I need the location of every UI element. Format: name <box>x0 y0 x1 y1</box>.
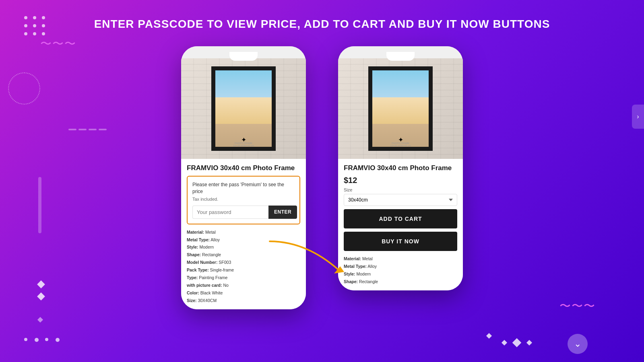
spec-shape: Shape: Rectangle <box>187 251 300 259</box>
spec-r-metal-type: Metal Type: Alloy <box>344 263 457 270</box>
spec-metal-type: Metal Type: Alloy <box>187 236 300 244</box>
product-title-right: FRAMVIO 30x40 cm Photo Frame <box>344 164 457 173</box>
size-select[interactable]: 30x40cm <box>344 194 457 206</box>
phone-left-content: ✦ PHOTO FRAME12×16 in/30×40 cm FRAMVIO 3… <box>181 58 306 309</box>
decorative-rect <box>38 177 41 233</box>
decorative-diamonds-br <box>502 339 531 346</box>
page-title: ENTER PASSCODE TO VIEW PRICE, ADD TO CAR… <box>0 18 644 31</box>
spec-model: Model Number: SF003 <box>187 259 300 266</box>
decorative-diamond-extra <box>487 334 491 338</box>
spec-color: Color: Black White <box>187 289 300 297</box>
phone-left: ✦ PHOTO FRAME12×16 in/30×40 cm FRAMVIO 3… <box>181 46 306 309</box>
decorative-circle <box>8 72 40 105</box>
spec-size-left: Size: 30X40CM <box>187 297 300 304</box>
enter-button[interactable]: ENTER <box>268 206 297 219</box>
decorative-diamond-3 <box>38 318 42 322</box>
phone-right-content: ✦ PHOTO FRAME12×16 in/30×40 cm FRAMVIO 3… <box>338 58 463 290</box>
decorative-dots-bottom <box>24 338 60 342</box>
phone-right: ✦ PHOTO FRAME12×16 in/30×40 cm FRAMVIO 3… <box>338 46 463 290</box>
product-body-left: FRAMVIO 30x40 cm Photo Frame Please ente… <box>181 159 306 309</box>
spec-material: Material: Metal <box>187 228 300 236</box>
spec-r-material: Material: Metal <box>344 255 457 263</box>
phone-left-notch <box>181 46 306 58</box>
password-prompt: Please enter the pass 'Premium' to see t… <box>192 181 295 195</box>
spec-r-style: Style: Modern <box>344 270 457 278</box>
product-body-right: FRAMVIO 30x40 cm Photo Frame $12 Size 30… <box>338 159 463 290</box>
buy-it-now-button[interactable]: BUY IT NOW <box>344 232 457 251</box>
frame-label-left: PHOTO FRAME12×16 in/30×40 cm <box>233 142 254 147</box>
decorative-diamond-1 <box>38 282 44 287</box>
phone-right-notch <box>338 46 463 58</box>
product-price: $12 <box>344 176 457 185</box>
password-box: Please enter the pass 'Premium' to see t… <box>187 176 300 224</box>
frame-artwork-left: ✦ PHOTO FRAME12×16 in/30×40 cm <box>211 66 276 151</box>
frame-artwork-right: ✦ PHOTO FRAME12×16 in/30×40 cm <box>368 66 433 151</box>
tax-note: Tax included. <box>192 197 295 202</box>
spec-style: Style: Modern <box>187 243 300 251</box>
decorative-wave-top: 〜〜〜 <box>40 36 76 51</box>
decorative-diamond-2 <box>38 294 44 299</box>
password-input-row: ENTER <box>192 206 295 219</box>
add-to-cart-button[interactable]: ADD TO CART <box>344 209 457 228</box>
spec-type: Type: Painting Frame <box>187 274 300 282</box>
phones-container: ✦ PHOTO FRAME12×16 in/30×40 cm FRAMVIO 3… <box>181 46 463 309</box>
size-label: Size <box>344 187 457 192</box>
product-image-right: ✦ PHOTO FRAME12×16 in/30×40 cm <box>338 58 463 159</box>
scroll-button[interactable]: ⌄ <box>568 334 588 354</box>
spec-r-shape: Shape: Rectangle <box>344 278 457 286</box>
decorative-wave-br: 〜〜〜 <box>559 298 596 314</box>
decorative-dashes <box>68 129 107 130</box>
password-input[interactable] <box>192 206 268 219</box>
specs-left: Material: Metal Metal Type: Alloy Style:… <box>187 228 300 304</box>
product-image-left: ✦ PHOTO FRAME12×16 in/30×40 cm <box>181 58 306 159</box>
spec-picture-card: with picture card: No <box>187 282 300 289</box>
frame-label-right: PHOTO FRAME12×16 in/30×40 cm <box>390 142 411 147</box>
spec-pack: Pack Type: Single-frame <box>187 266 300 274</box>
specs-right: Material: Metal Metal Type: Alloy Style:… <box>344 255 457 286</box>
right-edge-button[interactable]: › <box>632 105 644 129</box>
product-title-left: FRAMVIO 30x40 cm Photo Frame <box>187 164 300 173</box>
